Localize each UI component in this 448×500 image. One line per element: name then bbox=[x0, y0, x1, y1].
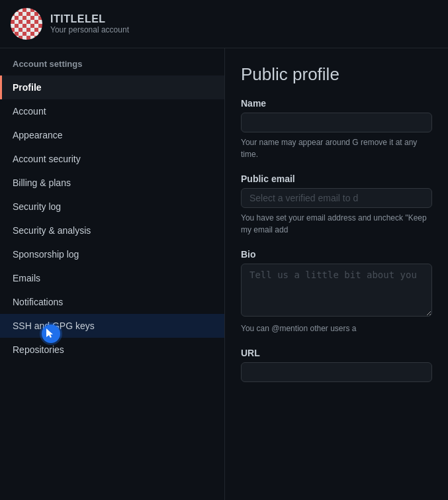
sidebar: Account settings Profile Account Appeara… bbox=[0, 48, 225, 500]
bio-hint: You can @mention other users a bbox=[241, 323, 432, 334]
account-info: ITITLELEL Your personal account bbox=[50, 13, 129, 34]
name-hint: Your name may appear around G remove it … bbox=[241, 136, 432, 160]
bio-textarea[interactable] bbox=[241, 264, 432, 317]
top-bar: ITITLELEL Your personal account bbox=[0, 0, 448, 48]
public-email-select[interactable]: Select a verified email to d bbox=[241, 188, 432, 208]
sidebar-item-ssh-gpg-keys[interactable]: SSH and GPG keys bbox=[0, 314, 224, 338]
sidebar-item-notifications[interactable]: Notifications bbox=[0, 290, 224, 314]
name-group: Name Your name may appear around G remov… bbox=[241, 98, 432, 160]
sidebar-item-repositories[interactable]: Repositories bbox=[0, 338, 224, 362]
name-input[interactable] bbox=[241, 113, 432, 132]
sidebar-item-account-security[interactable]: Account security bbox=[0, 147, 224, 171]
url-input[interactable] bbox=[241, 362, 432, 382]
sidebar-section-header: Account settings bbox=[0, 48, 224, 75]
account-type: Your personal account bbox=[50, 25, 129, 34]
avatar bbox=[11, 8, 42, 40]
cursor-indicator bbox=[42, 325, 60, 343]
cursor-icon bbox=[46, 328, 56, 339]
sidebar-item-sponsorship-log[interactable]: Sponsorship log bbox=[0, 242, 224, 266]
page-title: Public profile bbox=[241, 64, 432, 85]
sidebar-item-billing-plans[interactable]: Billing & plans bbox=[0, 171, 224, 195]
public-email-hint: You have set your email address and unch… bbox=[241, 212, 432, 236]
sidebar-item-appearance[interactable]: Appearance bbox=[0, 123, 224, 147]
public-email-label: Public email bbox=[241, 174, 432, 184]
main-layout: Account settings Profile Account Appeara… bbox=[0, 48, 448, 500]
url-label: URL bbox=[241, 348, 432, 358]
sidebar-item-security-log[interactable]: Security log bbox=[0, 195, 224, 219]
bio-group: Bio You can @mention other users a bbox=[241, 249, 432, 334]
sidebar-item-emails[interactable]: Emails bbox=[0, 266, 224, 290]
name-label: Name bbox=[241, 98, 432, 109]
sidebar-item-security-analysis[interactable]: Security & analysis bbox=[0, 219, 224, 242]
sidebar-item-account[interactable]: Account bbox=[0, 99, 224, 123]
sidebar-item-profile[interactable]: Profile bbox=[0, 75, 224, 99]
public-email-group: Public email Select a verified email to … bbox=[241, 174, 432, 236]
main-content: Public profile Name Your name may appear… bbox=[225, 48, 448, 500]
account-name: ITITLELEL bbox=[50, 13, 129, 25]
bio-label: Bio bbox=[241, 249, 432, 260]
url-group: URL bbox=[241, 348, 432, 382]
